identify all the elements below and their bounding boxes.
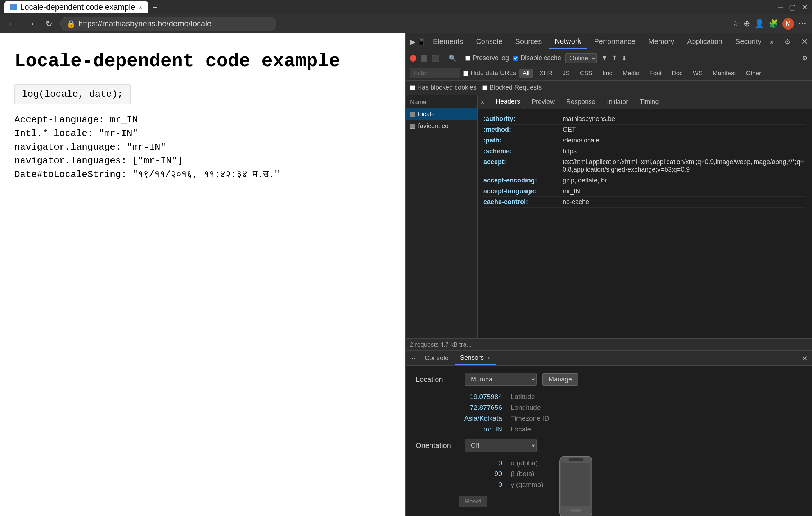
orientation-select[interactable]: Off bbox=[465, 439, 537, 452]
network-item-locale[interactable]: locale bbox=[406, 108, 477, 120]
avatar[interactable]: M bbox=[782, 18, 794, 30]
disable-cache-input[interactable] bbox=[513, 56, 518, 61]
minimize-button[interactable]: ─ bbox=[778, 3, 783, 12]
filter-xhr-button[interactable]: XHR bbox=[536, 69, 556, 78]
network-settings-icon[interactable]: ⚙ bbox=[802, 54, 808, 62]
orientation-label: Orientation bbox=[416, 442, 459, 450]
header-name-method: :method: bbox=[483, 126, 563, 133]
extensions-icon[interactable]: 🧩 bbox=[768, 19, 778, 28]
header-path: :path: /demo/locale bbox=[483, 135, 806, 146]
longitude-label: Longitude bbox=[511, 404, 541, 412]
hide-data-urls-checkbox[interactable]: Hide data URLs bbox=[463, 69, 516, 77]
bookmark-icon[interactable]: ⊕ bbox=[744, 19, 750, 28]
alpha-value: 0 bbox=[459, 459, 502, 467]
longitude-value: 72.877656 bbox=[459, 404, 502, 412]
has-blocked-cookies-input[interactable] bbox=[410, 85, 415, 90]
more-tabs-icon[interactable]: » bbox=[770, 37, 774, 46]
header-name-accept-encoding: accept-encoding: bbox=[483, 177, 563, 184]
tab-preview[interactable]: Preview bbox=[527, 96, 560, 108]
has-blocked-cookies-checkbox[interactable]: Has blocked cookies bbox=[410, 84, 477, 91]
menu-icon[interactable]: ⋯ bbox=[798, 19, 806, 28]
throttle-select[interactable]: Online bbox=[565, 53, 597, 63]
hide-data-urls-input[interactable] bbox=[463, 71, 468, 76]
tab-headers[interactable]: Headers bbox=[491, 96, 525, 108]
filter-js-button[interactable]: JS bbox=[559, 69, 573, 78]
header-name-accept: accept: bbox=[483, 158, 563, 173]
preserve-log-input[interactable] bbox=[465, 56, 470, 61]
location-label: Location bbox=[416, 375, 459, 384]
bottom-panel: ··· Console Sensors × ✕ Location Mumbai … bbox=[406, 350, 812, 516]
forward-button[interactable]: → bbox=[24, 17, 37, 31]
record-button[interactable] bbox=[410, 55, 416, 62]
page-line-3: Intl.* locale: "mr-IN" bbox=[14, 128, 391, 139]
location-select[interactable]: Mumbai bbox=[465, 373, 537, 386]
filter-doc-button[interactable]: Doc bbox=[668, 69, 686, 78]
beta-value: 90 bbox=[459, 470, 502, 478]
phone-mockup bbox=[558, 456, 594, 516]
throttle-down-icon[interactable]: ▼ bbox=[601, 54, 608, 62]
page-line-6: Date#toLocaleString: "१९/११/२०१६, ११:४२:… bbox=[14, 169, 391, 180]
timezone-label: Timezone ID bbox=[511, 415, 549, 422]
manage-button[interactable]: Manage bbox=[542, 373, 578, 386]
export-icon[interactable]: ⬇ bbox=[622, 54, 627, 62]
tab-application[interactable]: Application bbox=[681, 35, 728, 49]
filter-icon[interactable]: ⬛ bbox=[432, 54, 439, 62]
filter-manifest-button[interactable]: Manifest bbox=[709, 69, 739, 78]
tab-response[interactable]: Response bbox=[561, 96, 600, 108]
tab-initiator[interactable]: Initiator bbox=[602, 96, 633, 108]
tab-memory[interactable]: Memory bbox=[642, 35, 680, 49]
bottom-panel-close-button[interactable]: ✕ bbox=[802, 354, 808, 363]
bottom-tab-sensors[interactable]: Sensors × bbox=[455, 352, 496, 365]
network-item-favicon[interactable]: favicon.ico bbox=[406, 120, 477, 132]
filter-bar: Hide data URLs All XHR JS CSS Img Media … bbox=[406, 66, 812, 81]
back-button[interactable]: ← bbox=[6, 17, 19, 31]
settings-icon[interactable]: ⚙ bbox=[784, 37, 791, 46]
window-close-button[interactable]: ✕ bbox=[802, 3, 808, 12]
inspect-icon[interactable]: ▶ bbox=[410, 37, 415, 46]
disable-cache-checkbox[interactable]: Disable cache bbox=[513, 54, 561, 62]
tab-sources[interactable]: Sources bbox=[510, 35, 547, 49]
header-accept-language: accept-language: mr_IN bbox=[483, 186, 806, 197]
filter-media-button[interactable]: Media bbox=[619, 69, 643, 78]
page-line-5: navigator.languages: ["mr-IN"] bbox=[14, 155, 391, 166]
devtools-close-button[interactable]: ✕ bbox=[801, 37, 808, 46]
bottom-tab-console[interactable]: Console bbox=[420, 352, 454, 364]
blocked-requests-label: Blocked Requests bbox=[490, 84, 542, 91]
tab-console[interactable]: Console bbox=[470, 35, 508, 49]
reload-button[interactable]: ↻ bbox=[43, 17, 55, 31]
url-bar[interactable]: 🔒 https://mathiasbynens.be/demo/locale bbox=[60, 17, 276, 31]
details-close-button[interactable]: × bbox=[481, 99, 488, 106]
tab-network[interactable]: Network bbox=[549, 34, 587, 49]
filter-css-button[interactable]: CSS bbox=[576, 69, 596, 78]
stop-button[interactable] bbox=[421, 55, 427, 62]
new-tab-button[interactable]: + bbox=[150, 1, 161, 14]
sensors-tab-close[interactable]: × bbox=[488, 355, 491, 361]
import-icon[interactable]: ⬆ bbox=[612, 54, 617, 62]
filter-font-button[interactable]: Font bbox=[646, 69, 665, 78]
tab-elements[interactable]: Elements bbox=[427, 35, 469, 49]
filter-img-button[interactable]: Img bbox=[599, 69, 616, 78]
maximize-button[interactable]: ▢ bbox=[789, 3, 796, 12]
bottom-panel-more-button[interactable]: ··· bbox=[410, 354, 415, 362]
tab-security[interactable]: Security bbox=[730, 35, 767, 49]
blocked-requests-checkbox[interactable]: Blocked Requests bbox=[482, 84, 542, 91]
device-icon[interactable]: 📱 bbox=[417, 37, 426, 46]
filter-all-button[interactable]: All bbox=[519, 69, 533, 78]
preserve-log-checkbox[interactable]: Preserve log bbox=[465, 54, 509, 62]
filter-input[interactable] bbox=[410, 68, 460, 78]
header-value-cache-control: no-cache bbox=[563, 198, 806, 206]
star-icon[interactable]: ☆ bbox=[732, 19, 739, 28]
filter-other-button[interactable]: Other bbox=[742, 69, 765, 78]
tab-timing[interactable]: Timing bbox=[635, 96, 664, 108]
browser-tab[interactable]: Locale-dependent code example × bbox=[4, 1, 148, 13]
search-network-icon[interactable]: 🔍 bbox=[448, 54, 456, 62]
profile-icon[interactable]: 👤 bbox=[754, 19, 764, 28]
reset-button[interactable]: Reset bbox=[459, 496, 487, 507]
blocked-requests-input[interactable] bbox=[482, 85, 487, 90]
header-value-method: GET bbox=[563, 126, 806, 133]
header-value-path: /demo/locale bbox=[563, 137, 806, 144]
filter-ws-button[interactable]: WS bbox=[689, 69, 706, 78]
tab-performance[interactable]: Performance bbox=[588, 35, 641, 49]
alpha-label: α (alpha) bbox=[511, 459, 538, 467]
tab-close-button[interactable]: × bbox=[139, 4, 143, 11]
